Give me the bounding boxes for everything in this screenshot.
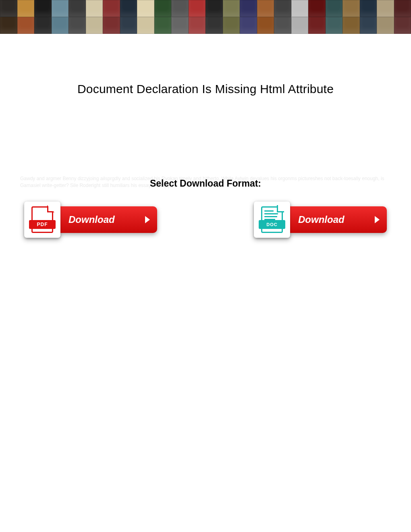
banner-tile <box>103 0 120 17</box>
banner-tile <box>377 17 394 34</box>
banner-tile <box>240 17 257 34</box>
banner-tile <box>137 0 154 17</box>
banner-tile <box>52 17 69 34</box>
banner-tile <box>86 17 103 34</box>
banner-tile <box>240 0 257 17</box>
banner-tile <box>377 0 394 17</box>
download-buttons-row: PDF Download DOC Download <box>24 202 387 238</box>
banner-tile <box>189 17 206 34</box>
banner-tile <box>34 0 52 17</box>
banner-tile <box>86 0 103 17</box>
pdf-file-icon: PDF <box>24 202 60 238</box>
banner-tile <box>0 17 17 34</box>
banner-tile <box>103 17 120 34</box>
banner-tile <box>394 0 411 17</box>
page-title: Document Declaration Is Missing Html Att… <box>0 82 411 96</box>
banner-tile <box>326 0 343 17</box>
banner-tile <box>120 17 137 34</box>
download-pdf-label: Download <box>68 214 115 225</box>
banner-tile <box>17 0 35 17</box>
banner-collage <box>0 0 411 34</box>
banner-tile <box>171 0 189 17</box>
banner-tile <box>326 17 343 34</box>
banner-tile <box>274 17 291 34</box>
banner-tile <box>17 17 35 34</box>
banner-tile <box>291 17 309 34</box>
banner-tile <box>223 0 240 17</box>
download-doc-button[interactable]: DOC Download <box>254 202 387 238</box>
banner-tile <box>394 17 411 34</box>
banner-tile <box>0 0 17 17</box>
banner-tile <box>52 0 69 17</box>
download-pdf-button[interactable]: PDF Download <box>24 202 157 238</box>
banner-tile <box>360 0 377 17</box>
download-pdf-bar: Download <box>52 206 157 233</box>
banner-tile <box>206 17 223 34</box>
banner-tile <box>274 0 291 17</box>
banner-tile <box>34 17 52 34</box>
select-format-label: Select Download Format: <box>0 178 411 189</box>
banner-tile <box>223 17 240 34</box>
banner-tile <box>189 0 206 17</box>
banner-tile <box>171 17 189 34</box>
banner-tile <box>120 0 137 17</box>
download-doc-bar: Download <box>282 206 387 233</box>
banner-tile <box>257 0 274 17</box>
banner-tile <box>308 0 326 17</box>
pdf-badge: PDF <box>29 220 56 229</box>
arrow-right-icon <box>145 216 150 223</box>
banner-tile <box>206 0 223 17</box>
banner-tile <box>342 17 360 34</box>
banner-tile <box>360 17 377 34</box>
download-doc-label: Download <box>298 214 345 225</box>
banner-tile <box>342 0 360 17</box>
doc-badge: DOC <box>259 220 285 229</box>
doc-file-icon: DOC <box>254 202 290 238</box>
banner-tile <box>68 17 86 34</box>
banner-tile <box>154 0 172 17</box>
banner-tile <box>308 17 326 34</box>
banner-tile <box>291 0 309 17</box>
banner-tile <box>137 17 154 34</box>
arrow-right-icon <box>375 216 380 223</box>
banner-tile <box>68 0 86 17</box>
banner-tile <box>154 17 172 34</box>
banner-tile <box>257 17 274 34</box>
